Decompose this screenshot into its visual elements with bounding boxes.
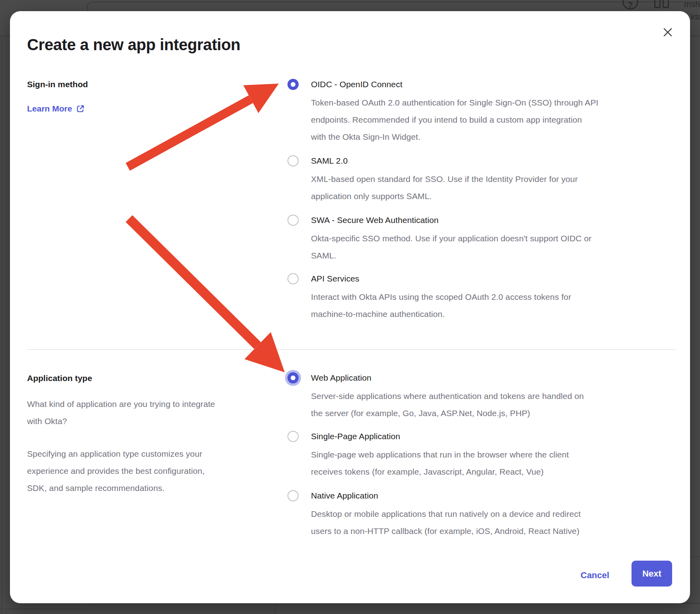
radio-unselected-icon[interactable] — [287, 155, 299, 166]
option-description: Server-side applications where authentic… — [311, 387, 584, 422]
account-name-fragment: kta — [691, 12, 700, 22]
app-switcher-icon — [654, 0, 670, 10]
learn-more-link[interactable]: Learn More — [27, 104, 85, 113]
option-description: Interact with Okta APIs using the scoped… — [311, 288, 571, 323]
section-divider — [27, 349, 676, 350]
radio-unselected-icon[interactable] — [287, 490, 299, 501]
radio-option-oidc[interactable]: OIDC - OpenID Connect Token-based OAuth … — [287, 79, 598, 145]
background-right-border — [690, 556, 700, 557]
option-description: XML-based open standard for SSO. Use if … — [311, 170, 578, 205]
close-button[interactable] — [662, 26, 674, 38]
learn-more-label: Learn More — [27, 104, 72, 113]
option-title: SWA - Secure Web Authentication — [311, 215, 592, 226]
option-description: Desktop or mobile applications that run … — [311, 505, 581, 540]
radio-option-web-application[interactable]: Web Application Server-side applications… — [287, 372, 584, 422]
radio-option-api-services[interactable]: API Services Interact with Okta APIs usi… — [287, 273, 571, 323]
cancel-button[interactable]: Cancel — [581, 570, 609, 581]
option-description: Single-page web applications that run in… — [311, 446, 569, 480]
option-title: Web Application — [311, 372, 584, 383]
radio-option-single-page-application[interactable]: Single-Page Application Single-page web … — [287, 431, 569, 480]
create-app-integration-dialog: Create a new app integration Sign-in met… — [10, 11, 690, 603]
screen: ? msh kta Create a new app integration S… — [0, 0, 700, 614]
radio-selected-icon[interactable] — [287, 79, 299, 90]
close-icon — [662, 26, 674, 38]
option-title: Single-Page Application — [311, 431, 569, 442]
option-description: Token-based OAuth 2.0 authentication for… — [311, 94, 598, 145]
radio-unselected-icon[interactable] — [287, 273, 299, 284]
dialog-title: Create a new app integration — [27, 36, 241, 54]
application-type-explanation: Specifying an application type customize… — [27, 445, 282, 497]
external-link-icon — [76, 104, 85, 113]
radio-unselected-icon[interactable] — [287, 431, 299, 442]
radio-unselected-icon[interactable] — [287, 215, 299, 226]
option-title: OIDC - OpenID Connect — [311, 79, 598, 90]
background-footer-border — [0, 608, 87, 609]
option-title: SAML 2.0 — [311, 155, 578, 166]
option-title: Native Application — [311, 490, 581, 501]
account-name-fragment: msh — [684, 0, 700, 9]
option-title: API Services — [311, 273, 571, 284]
signin-method-label: Sign-in method — [27, 79, 88, 90]
radio-selected-icon[interactable] — [287, 372, 299, 383]
application-type-label: Application type — [27, 373, 92, 384]
radio-option-swa[interactable]: SWA - Secure Web Authentication Okta-spe… — [287, 215, 592, 264]
radio-option-saml[interactable]: SAML 2.0 XML-based open standard for SSO… — [287, 155, 578, 205]
radio-option-native-application[interactable]: Native Application Desktop or mobile app… — [287, 490, 581, 540]
application-type-question: What kind of application are you trying … — [27, 395, 282, 430]
background-sidebar-border — [1, 36, 2, 614]
next-button[interactable]: Next — [632, 561, 672, 587]
option-description: Okta-specific SSO method. Use if your ap… — [311, 230, 592, 264]
